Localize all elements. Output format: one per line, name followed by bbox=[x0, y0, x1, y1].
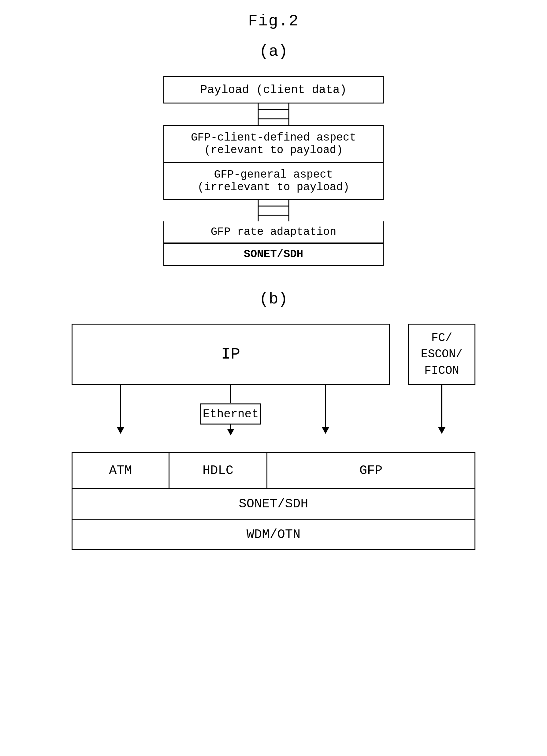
svg-marker-14 bbox=[227, 429, 234, 435]
hdlc-box: HDLC bbox=[170, 452, 268, 489]
ip-box: IP bbox=[72, 324, 390, 385]
gfp-combined-box: GFP-client-defined aspect (relevant to p… bbox=[163, 125, 384, 200]
section-a-label: (a) bbox=[259, 43, 288, 61]
gfp-box: GFP bbox=[268, 452, 475, 489]
svg-marker-18 bbox=[438, 427, 445, 434]
bottom-stack: ATM HDLC GFP SONET/SDH WDM/OTN bbox=[72, 452, 475, 550]
page: Fig.2 (a) Payload (client data) GFP-clie… bbox=[0, 0, 547, 756]
fig-title: Fig.2 bbox=[248, 12, 299, 30]
wdm-otn-box: WDM/OTN bbox=[72, 520, 475, 550]
section-b-label: (b) bbox=[259, 290, 288, 308]
payload-box: Payload (client data) bbox=[163, 76, 384, 103]
arrows-area: Ethernet bbox=[72, 385, 475, 452]
diagram-b: IP FC/ESCON/FICON Ethernet bbox=[59, 324, 488, 550]
gfp-general-section: GFP-general aspect (irrelevant to payloa… bbox=[164, 163, 383, 199]
gfp-client-section: GFP-client-defined aspect (relevant to p… bbox=[164, 126, 383, 163]
svg-marker-9 bbox=[117, 427, 124, 434]
atm-box: ATM bbox=[72, 452, 170, 489]
diagram-a: Payload (client data) GFP-client-defined… bbox=[136, 76, 411, 266]
svg-marker-16 bbox=[322, 427, 329, 434]
svg-text:Ethernet: Ethernet bbox=[203, 408, 259, 421]
top-row: IP FC/ESCON/FICON bbox=[72, 324, 475, 385]
gfp-rate-sonet-box: GFP rate adaptation SONET/SDH bbox=[163, 221, 384, 266]
connector-payload-to-gfp bbox=[163, 103, 384, 125]
fc-box: FC/ESCON/FICON bbox=[408, 324, 475, 385]
sonet-sdh-section-a: SONET/SDH bbox=[164, 244, 383, 265]
sonet-sdh-box: SONET/SDH bbox=[72, 489, 475, 520]
gfp-rate-section: GFP rate adaptation bbox=[164, 221, 383, 244]
connector-gfp-to-rate bbox=[163, 200, 384, 221]
middle-boxes-row: ATM HDLC GFP bbox=[72, 452, 475, 489]
